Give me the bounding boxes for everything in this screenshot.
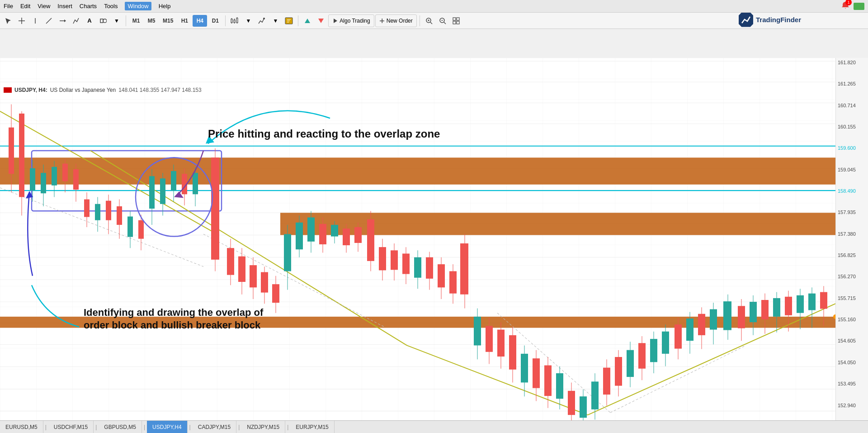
template-btn[interactable] bbox=[283, 14, 295, 27]
sell-btn[interactable] bbox=[315, 14, 327, 27]
svg-rect-116 bbox=[367, 219, 374, 261]
svg-rect-92 bbox=[227, 248, 234, 275]
shape-tool[interactable] bbox=[97, 14, 109, 27]
svg-rect-110 bbox=[331, 225, 338, 237]
chart-area[interactable]: USDJPY, H4: US Dollar vs Japanese Yen 14… bbox=[0, 58, 868, 433]
svg-rect-84 bbox=[171, 171, 176, 190]
tab-gbpusd[interactable]: GBPUSD,M5 bbox=[99, 421, 142, 433]
svg-rect-72 bbox=[106, 201, 111, 220]
text-tool[interactable]: A bbox=[83, 14, 96, 27]
svg-rect-64 bbox=[62, 164, 68, 181]
svg-rect-136 bbox=[486, 326, 493, 352]
tab-eurjpy[interactable]: EURJPY,M15 bbox=[290, 421, 334, 433]
svg-rect-11 bbox=[234, 20, 235, 23]
tf-h4[interactable]: H4 bbox=[193, 15, 207, 27]
menu-item-view[interactable]: View bbox=[38, 3, 50, 10]
algo-trading-btn[interactable]: Algo Trading bbox=[328, 14, 374, 27]
svg-rect-33 bbox=[453, 21, 456, 24]
crosshair-tool[interactable] bbox=[15, 14, 28, 27]
svg-rect-96 bbox=[250, 265, 257, 287]
svg-rect-32 bbox=[457, 18, 459, 20]
menu-item-file[interactable]: File bbox=[4, 3, 13, 10]
zoom-out-btn[interactable] bbox=[436, 14, 449, 27]
tf-d1[interactable]: D1 bbox=[208, 15, 222, 27]
tab-nzdjpy[interactable]: NZDJPY,M15 bbox=[241, 421, 285, 433]
svg-rect-176 bbox=[723, 301, 731, 330]
ray-tool[interactable] bbox=[56, 14, 69, 27]
svg-rect-172 bbox=[698, 314, 705, 335]
toolbar: A ▼ M1 M5 M15 H1 H4 D1 ▼ ▼ Algo Trading … bbox=[0, 13, 868, 29]
grid-btn[interactable] bbox=[450, 14, 462, 27]
tf-m5[interactable]: M5 bbox=[144, 15, 159, 27]
svg-rect-178 bbox=[738, 306, 745, 328]
svg-rect-78 bbox=[138, 220, 144, 239]
line-tool[interactable] bbox=[42, 14, 55, 27]
menu-item-insert[interactable]: Insert bbox=[57, 3, 72, 10]
svg-rect-188 bbox=[797, 295, 804, 313]
annotation-text-2: Identifying and drawing the overlap of o… bbox=[84, 293, 263, 332]
buy-btn[interactable] bbox=[301, 14, 314, 27]
cursor-tool[interactable] bbox=[2, 14, 14, 27]
zoom-in-btn[interactable] bbox=[423, 14, 435, 27]
chart-type-btn[interactable] bbox=[228, 14, 241, 27]
new-order-btn[interactable]: New Order bbox=[375, 14, 417, 27]
menu-item-help[interactable]: Help bbox=[159, 3, 171, 10]
svg-point-7 bbox=[103, 19, 107, 23]
svg-rect-184 bbox=[773, 298, 780, 317]
svg-rect-170 bbox=[686, 319, 693, 341]
shape-tool-dropdown[interactable]: ▼ bbox=[110, 14, 123, 27]
svg-rect-174 bbox=[710, 309, 717, 329]
menu-item-window[interactable]: Window bbox=[125, 2, 151, 10]
price-154605: 154.605 bbox=[838, 338, 866, 343]
price-161265: 161.265 bbox=[838, 81, 866, 86]
indicators-dropdown[interactable]: ▼ bbox=[269, 14, 282, 27]
svg-rect-132 bbox=[460, 243, 468, 295]
separator-3 bbox=[298, 15, 298, 26]
svg-rect-124 bbox=[414, 257, 421, 278]
svg-rect-60 bbox=[41, 173, 46, 193]
tab-usdchf[interactable]: USDCHF,M15 bbox=[48, 421, 94, 433]
logo-icon bbox=[739, 13, 753, 27]
svg-line-3 bbox=[46, 18, 52, 24]
svg-rect-120 bbox=[391, 250, 398, 270]
menu-item-charts[interactable]: Charts bbox=[80, 3, 97, 10]
svg-marker-5 bbox=[64, 19, 66, 22]
svg-rect-160 bbox=[627, 350, 634, 377]
account-indicator[interactable] bbox=[854, 3, 864, 10]
indicators-btn[interactable] bbox=[255, 14, 268, 27]
svg-rect-150 bbox=[568, 391, 575, 415]
chart-svg[interactable] bbox=[0, 58, 835, 431]
tab-cadjpy[interactable]: CADJPY,M15 bbox=[193, 421, 236, 433]
tab-usdjpy[interactable]: USDJPY,H4 bbox=[147, 421, 187, 433]
svg-rect-128 bbox=[438, 264, 445, 287]
price-152940: 152.940 bbox=[838, 403, 866, 408]
svg-rect-104 bbox=[296, 223, 303, 249]
svg-rect-162 bbox=[638, 343, 646, 368]
svg-rect-35 bbox=[0, 58, 835, 431]
menu-item-edit[interactable]: Edit bbox=[20, 3, 30, 10]
svg-rect-66 bbox=[73, 169, 79, 190]
tab-bar: EURUSD,M5 | USDCHF,M15 | GBPUSD,M5 | USD… bbox=[0, 420, 868, 433]
price-161820: 161.820 bbox=[838, 60, 866, 65]
svg-rect-130 bbox=[449, 271, 457, 293]
svg-rect-68 bbox=[84, 200, 90, 217]
top-orange-zone bbox=[0, 157, 835, 184]
price-scale: 161.820 161.265 160.714 160.155 159.600 … bbox=[835, 58, 868, 431]
tab-eurusd[interactable]: EURUSD,M5 bbox=[0, 421, 43, 433]
svg-rect-80 bbox=[149, 176, 155, 209]
tf-h1[interactable]: H1 bbox=[177, 15, 192, 27]
svg-rect-31 bbox=[453, 18, 456, 20]
svg-line-29 bbox=[444, 22, 446, 24]
logo-text: TradingFinder bbox=[756, 16, 801, 24]
tf-m1[interactable]: M1 bbox=[129, 15, 143, 27]
tf-m15[interactable]: M15 bbox=[160, 15, 176, 27]
polyline-tool[interactable] bbox=[70, 14, 82, 27]
menu-item-tools[interactable]: Tools bbox=[104, 3, 118, 10]
svg-marker-21 bbox=[334, 19, 337, 23]
vertical-line-tool[interactable] bbox=[29, 14, 42, 27]
svg-rect-142 bbox=[521, 354, 528, 383]
notification-bell[interactable]: 1 bbox=[841, 1, 850, 11]
chart-type-dropdown[interactable]: ▼ bbox=[242, 14, 255, 27]
price-155160: 155.160 bbox=[838, 317, 866, 322]
svg-rect-14 bbox=[236, 18, 238, 23]
